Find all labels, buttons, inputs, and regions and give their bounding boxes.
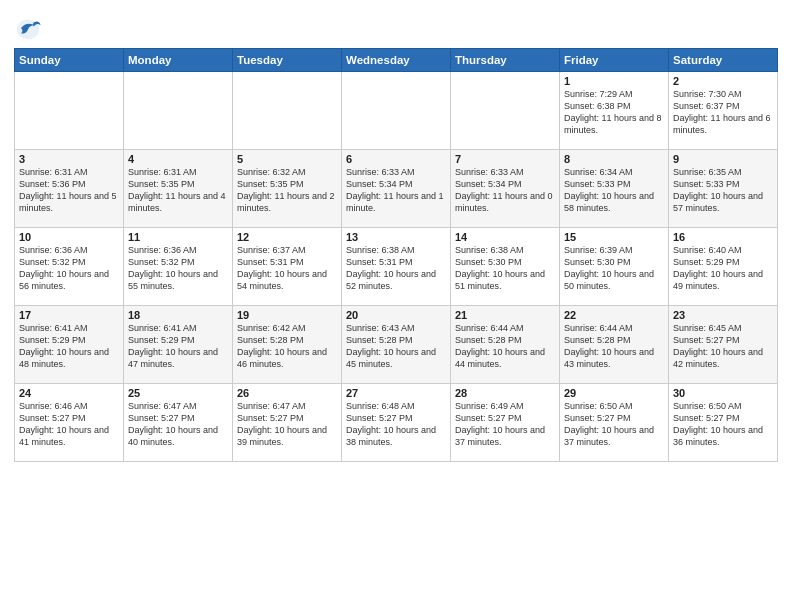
calendar-table: SundayMondayTuesdayWednesdayThursdayFrid… — [14, 48, 778, 462]
calendar-body: 1Sunrise: 7:29 AM Sunset: 6:38 PM Daylig… — [15, 72, 778, 462]
day-info: Sunrise: 6:41 AM Sunset: 5:29 PM Dayligh… — [128, 322, 228, 371]
logo — [14, 14, 46, 42]
day-header-saturday: Saturday — [669, 49, 778, 72]
day-info: Sunrise: 6:31 AM Sunset: 5:36 PM Dayligh… — [19, 166, 119, 215]
page: SundayMondayTuesdayWednesdayThursdayFrid… — [0, 0, 792, 612]
day-number: 21 — [455, 309, 555, 321]
day-cell: 25Sunrise: 6:47 AM Sunset: 5:27 PM Dayli… — [124, 384, 233, 462]
day-number: 6 — [346, 153, 446, 165]
day-number: 10 — [19, 231, 119, 243]
day-number: 18 — [128, 309, 228, 321]
day-cell: 12Sunrise: 6:37 AM Sunset: 5:31 PM Dayli… — [233, 228, 342, 306]
day-number: 5 — [237, 153, 337, 165]
week-row-4: 24Sunrise: 6:46 AM Sunset: 5:27 PM Dayli… — [15, 384, 778, 462]
day-info: Sunrise: 6:31 AM Sunset: 5:35 PM Dayligh… — [128, 166, 228, 215]
day-cell: 16Sunrise: 6:40 AM Sunset: 5:29 PM Dayli… — [669, 228, 778, 306]
day-number: 13 — [346, 231, 446, 243]
week-row-0: 1Sunrise: 7:29 AM Sunset: 6:38 PM Daylig… — [15, 72, 778, 150]
day-info: Sunrise: 6:38 AM Sunset: 5:30 PM Dayligh… — [455, 244, 555, 293]
day-info: Sunrise: 6:32 AM Sunset: 5:35 PM Dayligh… — [237, 166, 337, 215]
day-info: Sunrise: 6:40 AM Sunset: 5:29 PM Dayligh… — [673, 244, 773, 293]
day-cell: 22Sunrise: 6:44 AM Sunset: 5:28 PM Dayli… — [560, 306, 669, 384]
day-number: 4 — [128, 153, 228, 165]
day-info: Sunrise: 6:45 AM Sunset: 5:27 PM Dayligh… — [673, 322, 773, 371]
header-row: SundayMondayTuesdayWednesdayThursdayFrid… — [15, 49, 778, 72]
day-info: Sunrise: 6:47 AM Sunset: 5:27 PM Dayligh… — [237, 400, 337, 449]
day-number: 23 — [673, 309, 773, 321]
day-cell: 17Sunrise: 6:41 AM Sunset: 5:29 PM Dayli… — [15, 306, 124, 384]
day-number: 27 — [346, 387, 446, 399]
day-cell: 20Sunrise: 6:43 AM Sunset: 5:28 PM Dayli… — [342, 306, 451, 384]
day-cell: 18Sunrise: 6:41 AM Sunset: 5:29 PM Dayli… — [124, 306, 233, 384]
day-number: 11 — [128, 231, 228, 243]
day-number: 26 — [237, 387, 337, 399]
day-cell: 14Sunrise: 6:38 AM Sunset: 5:30 PM Dayli… — [451, 228, 560, 306]
week-row-1: 3Sunrise: 6:31 AM Sunset: 5:36 PM Daylig… — [15, 150, 778, 228]
day-number: 2 — [673, 75, 773, 87]
day-cell: 1Sunrise: 7:29 AM Sunset: 6:38 PM Daylig… — [560, 72, 669, 150]
day-number: 1 — [564, 75, 664, 87]
day-cell — [342, 72, 451, 150]
day-info: Sunrise: 6:44 AM Sunset: 5:28 PM Dayligh… — [455, 322, 555, 371]
day-info: Sunrise: 6:49 AM Sunset: 5:27 PM Dayligh… — [455, 400, 555, 449]
day-info: Sunrise: 6:43 AM Sunset: 5:28 PM Dayligh… — [346, 322, 446, 371]
day-info: Sunrise: 6:41 AM Sunset: 5:29 PM Dayligh… — [19, 322, 119, 371]
day-number: 9 — [673, 153, 773, 165]
day-number: 14 — [455, 231, 555, 243]
day-cell: 3Sunrise: 6:31 AM Sunset: 5:36 PM Daylig… — [15, 150, 124, 228]
day-number: 12 — [237, 231, 337, 243]
calendar-header: SundayMondayTuesdayWednesdayThursdayFrid… — [15, 49, 778, 72]
day-cell: 19Sunrise: 6:42 AM Sunset: 5:28 PM Dayli… — [233, 306, 342, 384]
day-info: Sunrise: 6:36 AM Sunset: 5:32 PM Dayligh… — [128, 244, 228, 293]
day-info: Sunrise: 6:50 AM Sunset: 5:27 PM Dayligh… — [673, 400, 773, 449]
day-cell: 6Sunrise: 6:33 AM Sunset: 5:34 PM Daylig… — [342, 150, 451, 228]
day-cell: 21Sunrise: 6:44 AM Sunset: 5:28 PM Dayli… — [451, 306, 560, 384]
day-cell: 30Sunrise: 6:50 AM Sunset: 5:27 PM Dayli… — [669, 384, 778, 462]
day-cell: 26Sunrise: 6:47 AM Sunset: 5:27 PM Dayli… — [233, 384, 342, 462]
day-number: 7 — [455, 153, 555, 165]
day-cell: 27Sunrise: 6:48 AM Sunset: 5:27 PM Dayli… — [342, 384, 451, 462]
day-header-thursday: Thursday — [451, 49, 560, 72]
day-number: 8 — [564, 153, 664, 165]
day-number: 29 — [564, 387, 664, 399]
day-number: 20 — [346, 309, 446, 321]
day-header-wednesday: Wednesday — [342, 49, 451, 72]
day-cell — [124, 72, 233, 150]
day-header-tuesday: Tuesday — [233, 49, 342, 72]
logo-icon — [14, 14, 42, 42]
day-header-sunday: Sunday — [15, 49, 124, 72]
day-number: 15 — [564, 231, 664, 243]
day-info: Sunrise: 7:30 AM Sunset: 6:37 PM Dayligh… — [673, 88, 773, 137]
day-cell: 24Sunrise: 6:46 AM Sunset: 5:27 PM Dayli… — [15, 384, 124, 462]
day-info: Sunrise: 6:46 AM Sunset: 5:27 PM Dayligh… — [19, 400, 119, 449]
day-cell: 4Sunrise: 6:31 AM Sunset: 5:35 PM Daylig… — [124, 150, 233, 228]
day-number: 19 — [237, 309, 337, 321]
day-header-monday: Monday — [124, 49, 233, 72]
day-cell: 10Sunrise: 6:36 AM Sunset: 5:32 PM Dayli… — [15, 228, 124, 306]
day-number: 24 — [19, 387, 119, 399]
day-number: 25 — [128, 387, 228, 399]
day-info: Sunrise: 6:47 AM Sunset: 5:27 PM Dayligh… — [128, 400, 228, 449]
day-info: Sunrise: 6:44 AM Sunset: 5:28 PM Dayligh… — [564, 322, 664, 371]
day-info: Sunrise: 6:34 AM Sunset: 5:33 PM Dayligh… — [564, 166, 664, 215]
day-info: Sunrise: 6:33 AM Sunset: 5:34 PM Dayligh… — [346, 166, 446, 215]
day-cell — [15, 72, 124, 150]
day-number: 28 — [455, 387, 555, 399]
day-info: Sunrise: 6:35 AM Sunset: 5:33 PM Dayligh… — [673, 166, 773, 215]
day-info: Sunrise: 7:29 AM Sunset: 6:38 PM Dayligh… — [564, 88, 664, 137]
day-cell: 11Sunrise: 6:36 AM Sunset: 5:32 PM Dayli… — [124, 228, 233, 306]
day-cell: 8Sunrise: 6:34 AM Sunset: 5:33 PM Daylig… — [560, 150, 669, 228]
header — [14, 10, 778, 42]
day-cell: 2Sunrise: 7:30 AM Sunset: 6:37 PM Daylig… — [669, 72, 778, 150]
day-number: 3 — [19, 153, 119, 165]
day-info: Sunrise: 6:50 AM Sunset: 5:27 PM Dayligh… — [564, 400, 664, 449]
day-cell: 13Sunrise: 6:38 AM Sunset: 5:31 PM Dayli… — [342, 228, 451, 306]
day-info: Sunrise: 6:38 AM Sunset: 5:31 PM Dayligh… — [346, 244, 446, 293]
day-cell — [233, 72, 342, 150]
day-info: Sunrise: 6:39 AM Sunset: 5:30 PM Dayligh… — [564, 244, 664, 293]
day-info: Sunrise: 6:37 AM Sunset: 5:31 PM Dayligh… — [237, 244, 337, 293]
day-number: 16 — [673, 231, 773, 243]
week-row-2: 10Sunrise: 6:36 AM Sunset: 5:32 PM Dayli… — [15, 228, 778, 306]
day-cell: 5Sunrise: 6:32 AM Sunset: 5:35 PM Daylig… — [233, 150, 342, 228]
day-cell: 9Sunrise: 6:35 AM Sunset: 5:33 PM Daylig… — [669, 150, 778, 228]
